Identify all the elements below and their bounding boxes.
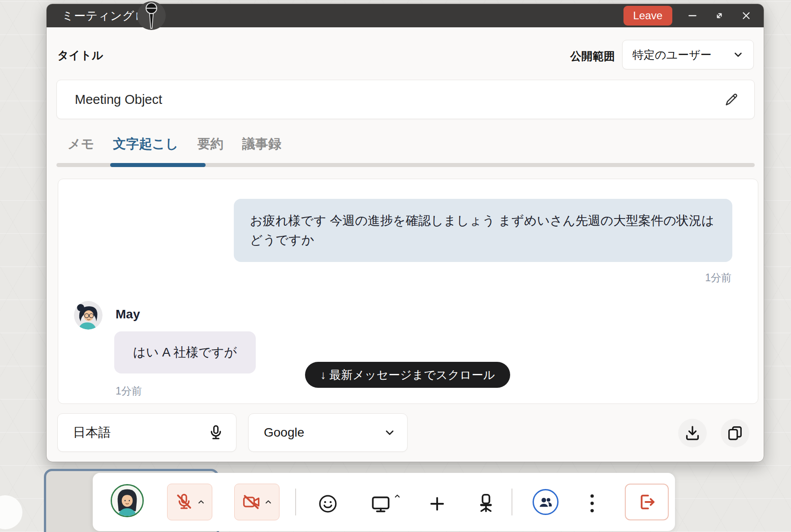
seat-button[interactable] xyxy=(476,493,496,513)
chevron-up-icon[interactable] xyxy=(394,493,401,500)
tab-summary[interactable]: 要約 xyxy=(198,135,224,153)
close-button[interactable] xyxy=(739,9,753,22)
message-bubble-local: はい A 社様ですが xyxy=(114,331,256,373)
participants-icon xyxy=(537,494,554,510)
mic-icon xyxy=(207,424,224,441)
camera-muted-icon xyxy=(241,492,261,512)
scroll-to-latest-button[interactable]: ↓ 最新メッセージまでスクロール xyxy=(305,362,510,388)
message-bubble-remote: お疲れ様です 今週の進捗を確認しましょう まずめいさん先週の大型案件の状況はどう… xyxy=(234,199,732,262)
chevron-down-icon xyxy=(733,49,744,60)
title-label: タイトル xyxy=(57,48,103,63)
toolbar-divider xyxy=(512,489,512,515)
engine-dropdown[interactable]: Google xyxy=(248,413,408,452)
message-timestamp: 1分前 xyxy=(705,271,731,285)
transcript-panel[interactable]: お疲れ様です 今週の進捗を確認しましょう まずめいさん先週の大型案件の状況はどう… xyxy=(58,179,758,404)
active-tab-indicator xyxy=(110,163,206,167)
chevron-down-icon xyxy=(384,427,396,438)
meeting-app-background: ミーティングログ Leave xyxy=(0,0,791,532)
chevron-up-icon xyxy=(197,498,205,506)
tab-bar: メモ 文字起こし 要約 議事録 xyxy=(68,135,281,153)
avatar xyxy=(111,484,144,517)
edit-icon[interactable] xyxy=(720,88,743,111)
chevron-up-icon xyxy=(264,498,272,506)
more-button[interactable] xyxy=(589,493,595,514)
visibility-value: 特定のユーザー xyxy=(632,47,712,62)
leave-meeting-button[interactable] xyxy=(625,484,669,520)
visibility-dropdown[interactable]: 特定のユーザー xyxy=(622,40,754,69)
copy-button[interactable] xyxy=(721,419,749,447)
window-titlebar[interactable]: ミーティングログ Leave xyxy=(47,4,764,27)
emoji-button[interactable] xyxy=(318,493,338,514)
message-timestamp: 1分前 xyxy=(116,384,142,398)
avatar xyxy=(74,301,103,330)
mic-muted-icon xyxy=(174,492,194,512)
language-value: 日本語 xyxy=(73,424,111,441)
add-button[interactable] xyxy=(428,494,447,513)
download-button[interactable] xyxy=(678,419,707,447)
tab-transcript[interactable]: 文字起こし xyxy=(113,135,178,153)
speaker-name: May xyxy=(116,307,140,322)
tab-memo[interactable]: メモ xyxy=(68,135,94,153)
mic-muted-button[interactable] xyxy=(167,484,212,520)
toolbar-divider xyxy=(295,489,296,515)
screen-share-button[interactable] xyxy=(370,493,391,514)
language-selector[interactable]: 日本語 xyxy=(57,413,236,452)
leave-button[interactable]: Leave xyxy=(623,6,672,26)
meeting-name-input[interactable] xyxy=(57,92,720,107)
microphone-icon xyxy=(143,2,159,30)
meeting-toolbar xyxy=(93,473,675,531)
exit-icon xyxy=(636,492,657,512)
corner-circle xyxy=(0,495,22,529)
meeting-name-field-wrap xyxy=(56,80,755,119)
participants-button[interactable] xyxy=(533,489,559,515)
visibility-label: 公開範囲 xyxy=(570,49,615,64)
minimize-button[interactable] xyxy=(686,9,699,22)
tab-minutes[interactable]: 議事録 xyxy=(242,135,281,153)
engine-value: Google xyxy=(264,425,304,440)
tab-track xyxy=(56,163,755,167)
camera-muted-button[interactable] xyxy=(234,484,279,520)
resize-button[interactable] xyxy=(713,9,726,22)
meeting-log-window: ミーティングログ Leave xyxy=(46,4,764,462)
